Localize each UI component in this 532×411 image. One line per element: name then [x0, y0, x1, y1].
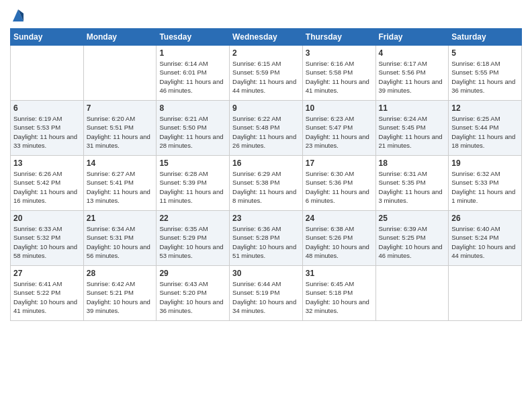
day-of-week-header: Sunday — [11, 29, 84, 46]
calendar-cell: 4Sunrise: 6:17 AM Sunset: 5:56 PM Daylig… — [375, 46, 449, 101]
day-info: Sunrise: 6:43 AM Sunset: 5:20 PM Dayligh… — [159, 279, 226, 315]
calendar-cell: 10Sunrise: 6:23 AM Sunset: 5:47 PM Dayli… — [302, 101, 375, 156]
calendar-week-row: 13Sunrise: 6:26 AM Sunset: 5:42 PM Dayli… — [11, 156, 522, 211]
day-number: 8 — [159, 103, 226, 113]
logo-icon — [11, 7, 25, 23]
day-info: Sunrise: 6:15 AM Sunset: 5:59 PM Dayligh… — [232, 59, 300, 95]
day-number: 21 — [87, 214, 154, 223]
calendar-cell: 14Sunrise: 6:27 AM Sunset: 5:41 PM Dayli… — [83, 156, 157, 211]
day-info: Sunrise: 6:22 AM Sunset: 5:48 PM Dayligh… — [232, 114, 300, 150]
calendar-cell: 30Sunrise: 6:44 AM Sunset: 5:19 PM Dayli… — [230, 266, 303, 321]
day-number: 24 — [306, 214, 373, 223]
calendar-cell: 6Sunrise: 6:19 AM Sunset: 5:53 PM Daylig… — [11, 101, 84, 156]
day-info: Sunrise: 6:42 AM Sunset: 5:21 PM Dayligh… — [87, 279, 154, 315]
day-number: 28 — [87, 269, 154, 278]
calendar-cell: 8Sunrise: 6:21 AM Sunset: 5:50 PM Daylig… — [157, 101, 230, 156]
day-of-week-header: Friday — [375, 29, 449, 46]
calendar-cell: 27Sunrise: 6:41 AM Sunset: 5:22 PM Dayli… — [11, 266, 84, 321]
calendar-cell: 13Sunrise: 6:26 AM Sunset: 5:42 PM Dayli… — [11, 156, 84, 211]
day-number: 9 — [232, 103, 300, 113]
day-info: Sunrise: 6:44 AM Sunset: 5:19 PM Dayligh… — [232, 279, 300, 315]
day-info: Sunrise: 6:25 AM Sunset: 5:44 PM Dayligh… — [451, 114, 519, 150]
day-number: 29 — [159, 269, 226, 278]
calendar-week-row: 27Sunrise: 6:41 AM Sunset: 5:22 PM Dayli… — [11, 266, 522, 321]
page-container: SundayMondayTuesdayWednesdayThursdayFrid… — [0, 0, 532, 328]
calendar-cell — [11, 46, 84, 101]
day-info: Sunrise: 6:41 AM Sunset: 5:22 PM Dayligh… — [13, 279, 81, 315]
day-info: Sunrise: 6:28 AM Sunset: 5:39 PM Dayligh… — [159, 169, 226, 205]
day-info: Sunrise: 6:17 AM Sunset: 5:56 PM Dayligh… — [379, 59, 446, 95]
day-of-week-header: Tuesday — [157, 29, 230, 46]
day-info: Sunrise: 6:27 AM Sunset: 5:41 PM Dayligh… — [87, 169, 154, 205]
calendar-cell: 12Sunrise: 6:25 AM Sunset: 5:44 PM Dayli… — [449, 101, 522, 156]
calendar-cell: 11Sunrise: 6:24 AM Sunset: 5:45 PM Dayli… — [375, 101, 449, 156]
day-number: 22 — [159, 214, 226, 223]
calendar-header-row: SundayMondayTuesdayWednesdayThursdayFrid… — [11, 29, 522, 46]
calendar-cell: 29Sunrise: 6:43 AM Sunset: 5:20 PM Dayli… — [157, 266, 230, 321]
day-info: Sunrise: 6:26 AM Sunset: 5:42 PM Dayligh… — [13, 169, 81, 205]
calendar-cell — [449, 266, 522, 321]
calendar-cell: 1Sunrise: 6:14 AM Sunset: 6:01 PM Daylig… — [157, 46, 230, 101]
calendar-cell: 25Sunrise: 6:39 AM Sunset: 5:25 PM Dayli… — [375, 211, 449, 266]
day-info: Sunrise: 6:16 AM Sunset: 5:58 PM Dayligh… — [306, 59, 373, 95]
day-number: 23 — [232, 214, 300, 223]
day-of-week-header: Thursday — [302, 29, 375, 46]
calendar-cell: 18Sunrise: 6:31 AM Sunset: 5:35 PM Dayli… — [375, 156, 449, 211]
calendar-week-row: 6Sunrise: 6:19 AM Sunset: 5:53 PM Daylig… — [11, 101, 522, 156]
day-number: 14 — [87, 158, 154, 168]
day-info: Sunrise: 6:39 AM Sunset: 5:25 PM Dayligh… — [379, 224, 446, 260]
day-number: 7 — [87, 103, 154, 113]
day-info: Sunrise: 6:20 AM Sunset: 5:51 PM Dayligh… — [87, 114, 154, 150]
day-info: Sunrise: 6:40 AM Sunset: 5:24 PM Dayligh… — [451, 224, 519, 260]
calendar-cell: 7Sunrise: 6:20 AM Sunset: 5:51 PM Daylig… — [83, 101, 157, 156]
calendar-cell: 31Sunrise: 6:45 AM Sunset: 5:18 PM Dayli… — [302, 266, 375, 321]
day-number: 17 — [306, 158, 373, 168]
calendar-cell: 24Sunrise: 6:38 AM Sunset: 5:26 PM Dayli… — [302, 211, 375, 266]
day-number: 26 — [451, 214, 519, 223]
day-info: Sunrise: 6:14 AM Sunset: 6:01 PM Dayligh… — [159, 59, 226, 95]
day-info: Sunrise: 6:32 AM Sunset: 5:33 PM Dayligh… — [451, 169, 519, 205]
day-number: 12 — [451, 103, 519, 113]
day-number: 5 — [451, 48, 519, 58]
day-info: Sunrise: 6:34 AM Sunset: 5:31 PM Dayligh… — [87, 224, 154, 260]
calendar-cell: 5Sunrise: 6:18 AM Sunset: 5:55 PM Daylig… — [449, 46, 522, 101]
day-number: 6 — [13, 103, 81, 113]
day-number: 27 — [13, 269, 81, 278]
page-header — [10, 7, 522, 23]
day-number: 1 — [159, 48, 226, 58]
day-number: 10 — [306, 103, 373, 113]
calendar-cell — [83, 46, 157, 101]
day-number: 31 — [306, 269, 373, 278]
calendar-cell — [375, 266, 449, 321]
day-number: 19 — [451, 158, 519, 168]
logo — [10, 7, 25, 23]
day-info: Sunrise: 6:35 AM Sunset: 5:29 PM Dayligh… — [159, 224, 226, 260]
day-info: Sunrise: 6:21 AM Sunset: 5:50 PM Dayligh… — [159, 114, 226, 150]
day-of-week-header: Monday — [83, 29, 157, 46]
calendar-cell: 20Sunrise: 6:33 AM Sunset: 5:32 PM Dayli… — [11, 211, 84, 266]
calendar-week-row: 20Sunrise: 6:33 AM Sunset: 5:32 PM Dayli… — [11, 211, 522, 266]
day-number: 13 — [13, 158, 81, 168]
day-number: 11 — [379, 103, 446, 113]
calendar-cell: 17Sunrise: 6:30 AM Sunset: 5:36 PM Dayli… — [302, 156, 375, 211]
day-info: Sunrise: 6:36 AM Sunset: 5:28 PM Dayligh… — [232, 224, 300, 260]
day-number: 18 — [379, 158, 446, 168]
calendar-table: SundayMondayTuesdayWednesdayThursdayFrid… — [10, 28, 522, 321]
day-info: Sunrise: 6:31 AM Sunset: 5:35 PM Dayligh… — [379, 169, 446, 205]
day-number: 15 — [159, 158, 226, 168]
day-number: 30 — [232, 269, 300, 278]
day-of-week-header: Wednesday — [230, 29, 303, 46]
day-info: Sunrise: 6:23 AM Sunset: 5:47 PM Dayligh… — [306, 114, 373, 150]
day-info: Sunrise: 6:18 AM Sunset: 5:55 PM Dayligh… — [451, 59, 519, 95]
day-of-week-header: Saturday — [449, 29, 522, 46]
calendar-week-row: 1Sunrise: 6:14 AM Sunset: 6:01 PM Daylig… — [11, 46, 522, 101]
calendar-cell: 22Sunrise: 6:35 AM Sunset: 5:29 PM Dayli… — [157, 211, 230, 266]
calendar-cell: 28Sunrise: 6:42 AM Sunset: 5:21 PM Dayli… — [83, 266, 157, 321]
calendar-cell: 26Sunrise: 6:40 AM Sunset: 5:24 PM Dayli… — [449, 211, 522, 266]
calendar-cell: 2Sunrise: 6:15 AM Sunset: 5:59 PM Daylig… — [230, 46, 303, 101]
day-info: Sunrise: 6:33 AM Sunset: 5:32 PM Dayligh… — [13, 224, 81, 260]
day-info: Sunrise: 6:29 AM Sunset: 5:38 PM Dayligh… — [232, 169, 300, 205]
day-number: 20 — [13, 214, 81, 223]
day-number: 4 — [379, 48, 446, 58]
calendar-cell: 23Sunrise: 6:36 AM Sunset: 5:28 PM Dayli… — [230, 211, 303, 266]
